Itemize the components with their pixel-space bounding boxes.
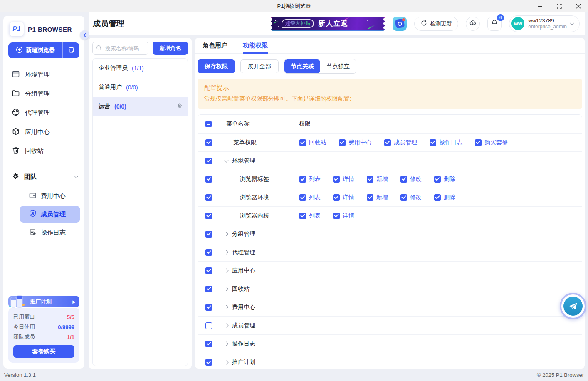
sidebar-section-team[interactable]: 团队: [3, 168, 84, 185]
maximize-button[interactable]: [550, 0, 569, 12]
chevron-right-icon[interactable]: [225, 324, 229, 328]
row-checkbox[interactable]: [205, 267, 212, 274]
refresh-icon: [421, 20, 427, 27]
chevron-right-icon[interactable]: [225, 305, 229, 309]
sidebar-item-environment[interactable]: 环境管理: [3, 65, 84, 84]
tab-function-permissions[interactable]: 功能权限: [243, 38, 268, 53]
perm-checkbox[interactable]: [430, 139, 436, 146]
restore-app-icon[interactable]: [393, 17, 407, 31]
check-update-button[interactable]: 检测更新: [414, 17, 458, 31]
cloud-download-button[interactable]: [466, 17, 480, 31]
permission-toggle[interactable]: 购买套餐: [475, 139, 508, 146]
perm-checkbox[interactable]: [400, 194, 407, 201]
sidebar-collapse-button[interactable]: [80, 30, 89, 40]
sidebar-item-label: 环境管理: [25, 71, 50, 79]
perm-checkbox[interactable]: [333, 194, 340, 201]
promo-ad-banner[interactable]: 超级大补贴 新人立返: [271, 17, 385, 31]
perm-checkbox[interactable]: [299, 139, 306, 146]
perm-checkbox[interactable]: [299, 213, 306, 219]
permission-toggle[interactable]: 列表: [299, 176, 321, 183]
sidebar-item-apps[interactable]: 应用中心: [3, 122, 84, 141]
row-checkbox[interactable]: [205, 158, 212, 164]
sidebar-item-proxy[interactable]: 代理管理: [3, 103, 84, 122]
permission-toggle[interactable]: 修改: [400, 176, 422, 183]
tab-role-users[interactable]: 角色用户: [203, 38, 227, 53]
perm-checkbox[interactable]: [339, 139, 346, 146]
permission-toggle[interactable]: 详情: [333, 176, 354, 183]
telegram-float-button[interactable]: [560, 293, 586, 319]
permission-toggle[interactable]: 新增: [367, 176, 388, 183]
row-checkbox[interactable]: [205, 213, 212, 219]
row-checkbox[interactable]: [205, 359, 212, 366]
expand-all-button[interactable]: 展开全部: [240, 59, 279, 73]
sidebar-item-members[interactable]: 成员管理: [20, 206, 80, 223]
perm-checkbox[interactable]: [400, 176, 407, 183]
sidebar-item-groups[interactable]: 分组管理: [3, 84, 84, 103]
chevron-right-icon[interactable]: [225, 232, 229, 236]
user-menu[interactable]: ww ww123789 enterprise_admin: [509, 15, 580, 32]
role-row-enterprise-admin[interactable]: 企业管理员 (1/1): [93, 59, 188, 78]
perm-checkbox[interactable]: [384, 139, 391, 146]
plus-circle-icon: [16, 46, 23, 54]
row-name: 浏览器环境: [240, 194, 269, 201]
chevron-right-icon[interactable]: [225, 360, 229, 364]
row-checkbox[interactable]: [205, 341, 212, 347]
row-checkbox[interactable]: [205, 322, 212, 329]
perm-checkbox[interactable]: [434, 194, 441, 201]
perm-checkbox[interactable]: [333, 213, 340, 219]
row-checkbox[interactable]: [205, 176, 212, 183]
permission-toggle[interactable]: 删除: [434, 176, 455, 183]
sidebar-item-billing[interactable]: 费用中心: [20, 188, 80, 204]
permission-toggle[interactable]: 操作日志: [430, 139, 462, 146]
permission-toggle[interactable]: 详情: [333, 212, 354, 220]
chevron-right-icon[interactable]: [225, 342, 229, 346]
node-independent-option[interactable]: 节点独立: [320, 59, 356, 73]
permission-toggle[interactable]: 详情: [333, 194, 354, 201]
row-checkbox[interactable]: [205, 304, 212, 311]
row-name: 浏览器标签: [240, 176, 269, 183]
perm-checkbox[interactable]: [299, 194, 306, 201]
node-linked-option[interactable]: 节点关联: [284, 59, 320, 73]
perm-checkbox[interactable]: [475, 139, 482, 146]
permission-toggle[interactable]: 成员管理: [384, 139, 417, 146]
row-checkbox[interactable]: [205, 231, 212, 238]
perm-checkbox[interactable]: [367, 194, 373, 201]
sidebar-item-recycle[interactable]: 回收站: [3, 141, 84, 161]
minimize-button[interactable]: [531, 0, 550, 12]
row-checkbox[interactable]: [205, 194, 212, 201]
row-checkbox[interactable]: [205, 286, 212, 292]
chevron-right-icon[interactable]: [225, 287, 229, 291]
permission-toggle[interactable]: 回收站: [299, 139, 326, 146]
permission-toggle[interactable]: 列表: [299, 212, 321, 220]
new-browser-button[interactable]: 新建浏览器: [8, 42, 63, 58]
role-settings-gear-icon[interactable]: [176, 103, 183, 111]
perm-checkbox[interactable]: [333, 176, 340, 183]
permission-toggle[interactable]: 删除: [434, 194, 455, 201]
row-checkbox[interactable]: [205, 139, 212, 146]
notifications-button[interactable]: 6: [487, 17, 502, 31]
chevron-right-icon[interactable]: [225, 269, 229, 273]
role-row-normal-user[interactable]: 普通用户 (0/0): [93, 78, 188, 97]
promo-plan-banner[interactable]: 推广计划 ▶: [8, 296, 79, 307]
select-all-checkbox[interactable]: [205, 121, 212, 127]
chevron-right-icon[interactable]: [225, 250, 229, 255]
permission-toggle[interactable]: 新增: [367, 194, 388, 201]
chevron-down-icon[interactable]: [225, 158, 229, 162]
permission-toggle[interactable]: 费用中心: [339, 139, 372, 146]
save-permissions-button[interactable]: 保存权限: [198, 59, 235, 73]
buy-package-button[interactable]: 套餐购买: [13, 345, 74, 358]
permission-toggle[interactable]: 修改: [400, 194, 422, 201]
close-button[interactable]: [569, 0, 588, 12]
config-tip-alert: 配置提示 常规仅需配置菜单权限部分即可。下面是详细的权限配置:: [198, 79, 582, 109]
perm-checkbox[interactable]: [434, 176, 441, 183]
sidebar-item-logs[interactable]: 操作日志: [20, 224, 80, 241]
import-browser-button[interactable]: [63, 42, 79, 58]
permission-toggle[interactable]: 列表: [299, 194, 321, 201]
perm-checkbox[interactable]: [299, 176, 306, 183]
banner-decoration: [368, 25, 375, 29]
check-update-label: 检测更新: [430, 20, 452, 27]
row-checkbox[interactable]: [205, 249, 212, 256]
perm-checkbox[interactable]: [367, 176, 373, 183]
role-row-operations[interactable]: 运营 (0/0): [93, 97, 188, 116]
add-role-button[interactable]: 新增角色: [153, 42, 188, 55]
